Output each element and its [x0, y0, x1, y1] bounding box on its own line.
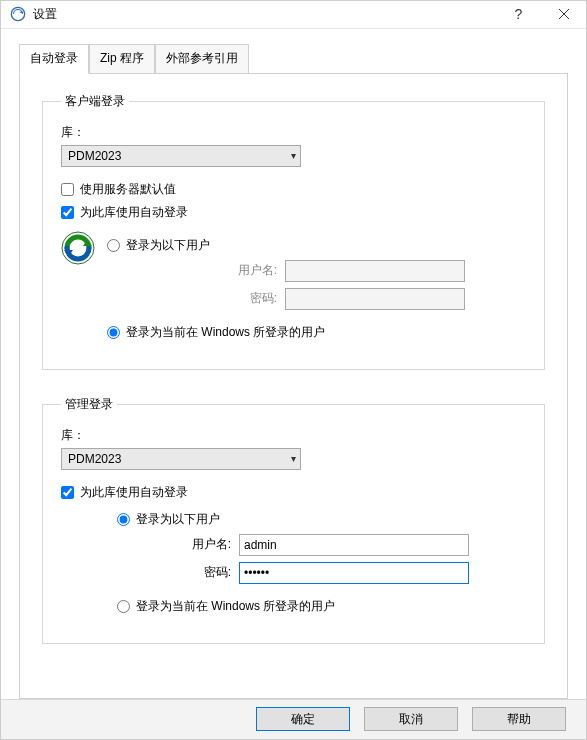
client-login-as-user-label: 登录为以下用户: [126, 237, 210, 254]
admin-auto-login-label: 为此库使用自动登录: [80, 484, 188, 501]
client-login-legend: 客户端登录: [61, 93, 129, 110]
client-login-as-windows-row[interactable]: 登录为当前在 Windows 所登录的用户: [107, 324, 528, 341]
admin-login-as-user-row[interactable]: 登录为以下用户: [117, 511, 528, 528]
admin-vault-select[interactable]: PDM2023 ▾: [61, 448, 301, 470]
admin-auto-login-row[interactable]: 为此库使用自动登录: [61, 484, 528, 501]
tab-strip: 自动登录 Zip 程序 外部参考引用: [19, 43, 568, 74]
client-username-input[interactable]: [285, 260, 465, 282]
sync-icon: [61, 231, 95, 265]
help-button[interactable]: 帮助: [472, 707, 566, 731]
client-login-group: 客户端登录 库： PDM2023 ▾ 使用服务器默认值 为此库使用自动登录: [42, 93, 545, 370]
client-password-label: 密码:: [217, 290, 277, 307]
settings-dialog: 设置 ? 自动登录 Zip 程序 外部参考引用 客户端登录 库： PDM2023…: [0, 0, 587, 740]
client-use-server-default-row[interactable]: 使用服务器默认值: [61, 181, 528, 198]
admin-login-legend: 管理登录: [61, 396, 117, 413]
client-login-options: 登录为以下用户 用户名: 密码:: [61, 231, 528, 347]
client-vault-value: PDM2023: [68, 149, 121, 163]
close-icon[interactable]: [541, 1, 586, 28]
window-title: 设置: [33, 6, 496, 23]
admin-login-as-windows-radio[interactable]: [117, 600, 130, 613]
client-credentials: 用户名: 密码:: [107, 260, 528, 310]
chevron-down-icon: ▾: [291, 150, 296, 161]
dialog-footer: 确定 取消 帮助: [1, 699, 586, 739]
admin-vault-label: 库：: [61, 427, 528, 444]
app-icon: [9, 5, 27, 23]
admin-login-as-user-label: 登录为以下用户: [136, 511, 220, 528]
client-login-radio-block: 登录为以下用户 用户名: 密码:: [107, 231, 528, 347]
cancel-button[interactable]: 取消: [364, 707, 458, 731]
help-icon[interactable]: ?: [496, 1, 541, 28]
admin-vault-value: PDM2023: [68, 452, 121, 466]
admin-login-as-windows-row[interactable]: 登录为当前在 Windows 所登录的用户: [117, 598, 528, 615]
client-login-as-windows-radio[interactable]: [107, 326, 120, 339]
client-use-server-default-label: 使用服务器默认值: [80, 181, 176, 198]
tab-zip[interactable]: Zip 程序: [89, 44, 155, 74]
tab-auto-login[interactable]: 自动登录: [19, 44, 89, 74]
admin-login-group: 管理登录 库： PDM2023 ▾ 为此库使用自动登录 登录为以下用户 用户名:: [42, 396, 545, 644]
admin-username-label: 用户名:: [171, 536, 231, 553]
client-username-label: 用户名:: [217, 262, 277, 279]
client-use-server-default-checkbox[interactable]: [61, 183, 74, 196]
client-login-as-windows-label: 登录为当前在 Windows 所登录的用户: [126, 324, 325, 341]
titlebar: 设置 ?: [1, 1, 586, 29]
admin-login-as-user-radio[interactable]: [117, 513, 130, 526]
client-auto-login-label: 为此库使用自动登录: [80, 204, 188, 221]
admin-credentials: 用户名: 密码:: [61, 534, 528, 584]
content-area: 自动登录 Zip 程序 外部参考引用 客户端登录 库： PDM2023 ▾ 使用…: [1, 29, 586, 699]
chevron-down-icon: ▾: [291, 453, 296, 464]
ok-button[interactable]: 确定: [256, 707, 350, 731]
svg-marker-1: [20, 11, 24, 14]
admin-username-input[interactable]: [239, 534, 469, 556]
admin-auto-login-checkbox[interactable]: [61, 486, 74, 499]
client-auto-login-checkbox[interactable]: [61, 206, 74, 219]
admin-login-as-windows-label: 登录为当前在 Windows 所登录的用户: [136, 598, 335, 615]
admin-password-label: 密码:: [171, 564, 231, 581]
client-login-as-user-radio[interactable]: [107, 239, 120, 252]
window-controls: ?: [496, 1, 586, 28]
client-auto-login-row[interactable]: 为此库使用自动登录: [61, 204, 528, 221]
client-password-input[interactable]: [285, 288, 465, 310]
client-vault-select[interactable]: PDM2023 ▾: [61, 145, 301, 167]
admin-password-input[interactable]: [239, 562, 469, 584]
client-login-as-user-row[interactable]: 登录为以下用户: [107, 237, 528, 254]
tab-panel-auto-login: 客户端登录 库： PDM2023 ▾ 使用服务器默认值 为此库使用自动登录: [19, 73, 568, 699]
client-vault-label: 库：: [61, 124, 528, 141]
tab-external-ref[interactable]: 外部参考引用: [155, 44, 249, 74]
